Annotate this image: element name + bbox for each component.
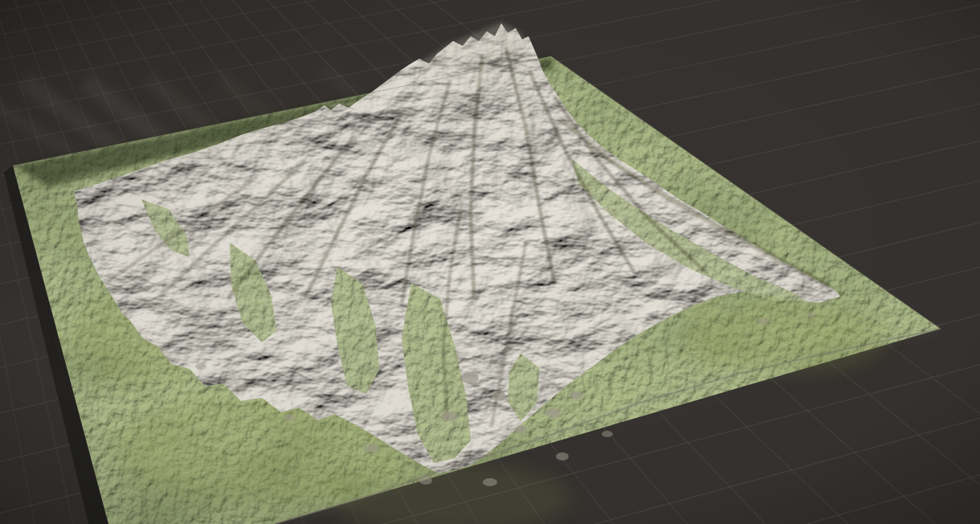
top-left-shade [0, 0, 562, 321]
scene-canvas [0, 0, 980, 524]
viewport-3d[interactable] [0, 0, 980, 524]
